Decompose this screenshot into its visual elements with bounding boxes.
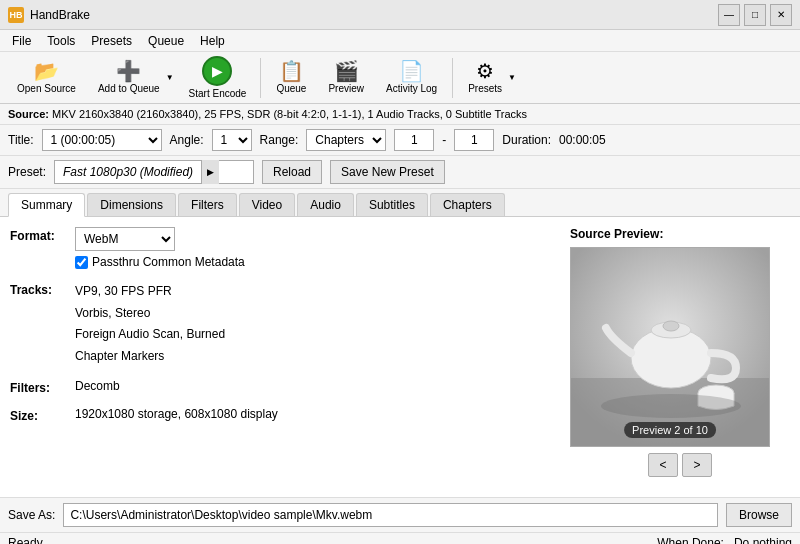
status-text: Ready [8, 536, 43, 544]
open-source-button[interactable]: 📂 Open Source [8, 56, 85, 99]
preview-next-button[interactable]: > [682, 453, 712, 477]
open-source-icon: 📂 [34, 61, 59, 81]
tabs-row: Summary Dimensions Filters Video Audio S… [0, 189, 800, 217]
minimize-button[interactable]: — [718, 4, 740, 26]
preview-scene [571, 248, 769, 446]
menu-bar: File Tools Presets Queue Help [0, 30, 800, 52]
chevron-down-icon-2: ▼ [508, 73, 516, 82]
tab-subtitles[interactable]: Subtitles [356, 193, 428, 216]
main-content: Format: WebM Passthru Common Metadata Tr… [0, 217, 800, 497]
tracks-field-label: Tracks: [10, 281, 75, 297]
menu-presets[interactable]: Presets [83, 32, 140, 50]
size-value: 1920x1080 storage, 608x1080 display [75, 407, 278, 421]
passthru-row: Passthru Common Metadata [75, 255, 560, 269]
add-to-queue-label: Add to Queue [98, 83, 160, 94]
when-done-value: Do nothing [734, 536, 792, 544]
passthru-label: Passthru Common Metadata [92, 255, 245, 269]
presets-main[interactable]: ⚙ Presets [459, 56, 505, 99]
when-done-label: When Done: [657, 536, 724, 544]
preset-text: Fast 1080p30 (Modified) [55, 165, 201, 179]
queue-button[interactable]: 📋 Queue [267, 56, 315, 99]
menu-help[interactable]: Help [192, 32, 233, 50]
title-select[interactable]: 1 (00:00:05) [42, 129, 162, 151]
tab-summary[interactable]: Summary [8, 193, 85, 217]
maximize-button[interactable]: □ [744, 4, 766, 26]
preview-label: Preview [328, 83, 364, 94]
size-row: Size: 1920x1080 storage, 608x1080 displa… [10, 407, 560, 423]
save-as-label: Save As: [8, 508, 55, 522]
filters-field-label: Filters: [10, 379, 75, 395]
size-content: 1920x1080 storage, 608x1080 display [75, 407, 560, 421]
range-to-input[interactable] [454, 129, 494, 151]
menu-file[interactable]: File [4, 32, 39, 50]
start-encode-button[interactable]: ▶ Start Encode [181, 52, 255, 103]
duration-label: Duration: [502, 133, 551, 147]
preset-display: Fast 1080p30 (Modified) ▶ [54, 160, 254, 184]
add-to-queue-button[interactable]: ➕ Add to Queue ▼ [89, 56, 177, 99]
tab-dimensions[interactable]: Dimensions [87, 193, 176, 216]
preview-prev-button[interactable]: < [648, 453, 678, 477]
track-4: Chapter Markers [75, 346, 560, 368]
preview-section-label: Source Preview: [570, 227, 790, 241]
toolbar: 📂 Open Source ➕ Add to Queue ▼ ▶ Start E… [0, 52, 800, 104]
reload-button[interactable]: Reload [262, 160, 322, 184]
tracks-content: VP9, 30 FPS PFR Vorbis, Stereo Foreign A… [75, 281, 560, 367]
duration-value: 00:00:05 [559, 133, 606, 147]
add-to-queue-arrow[interactable]: ▼ [163, 56, 177, 99]
status-bar: Ready When Done: Do nothing [0, 532, 800, 544]
menu-tools[interactable]: Tools [39, 32, 83, 50]
title-row: Title: 1 (00:00:05) Angle: 1 Range: Chap… [0, 125, 800, 156]
track-3: Foreign Audio Scan, Burned [75, 324, 560, 346]
passthru-checkbox[interactable] [75, 256, 88, 269]
range-label: Range: [260, 133, 299, 147]
browse-button[interactable]: Browse [726, 503, 792, 527]
format-select[interactable]: WebM [75, 227, 175, 251]
preview-navigation: < > [570, 453, 790, 477]
range-dash: - [442, 133, 446, 147]
preview-badge: Preview 2 of 10 [624, 422, 716, 438]
angle-select[interactable]: 1 [212, 129, 252, 151]
save-path-input[interactable] [63, 503, 718, 527]
activity-log-icon: 📄 [399, 61, 424, 81]
tab-chapters[interactable]: Chapters [430, 193, 505, 216]
summary-panel: Format: WebM Passthru Common Metadata Tr… [10, 227, 560, 487]
presets-button[interactable]: ⚙ Presets ▼ [459, 56, 519, 99]
tab-audio[interactable]: Audio [297, 193, 354, 216]
format-field-label: Format: [10, 227, 75, 243]
save-new-preset-button[interactable]: Save New Preset [330, 160, 445, 184]
track-1: VP9, 30 FPS PFR [75, 281, 560, 303]
preview-panel: Source Preview: [570, 227, 790, 487]
range-from-input[interactable] [394, 129, 434, 151]
svg-point-4 [663, 321, 679, 331]
tracks-row: Tracks: VP9, 30 FPS PFR Vorbis, Stereo F… [10, 281, 560, 367]
add-to-queue-main[interactable]: ➕ Add to Queue [89, 56, 163, 99]
format-row: Format: WebM Passthru Common Metadata [10, 227, 560, 269]
preview-icon: 🎬 [334, 61, 359, 81]
source-info: MKV 2160x3840 (2160x3840), 25 FPS, SDR (… [52, 108, 527, 120]
source-label: Source: [8, 108, 49, 120]
queue-icon: 📋 [279, 61, 304, 81]
tab-filters[interactable]: Filters [178, 193, 237, 216]
presets-arrow[interactable]: ▼ [505, 56, 519, 99]
preview-button[interactable]: 🎬 Preview [319, 56, 373, 99]
toolbar-separator-2 [452, 58, 453, 98]
presets-label: Presets [468, 83, 502, 94]
preset-label: Preset: [8, 165, 46, 179]
app-title: HandBrake [30, 8, 90, 22]
svg-point-6 [601, 394, 741, 418]
title-field-label: Title: [8, 133, 34, 147]
close-button[interactable]: ✕ [770, 4, 792, 26]
window-controls: — □ ✕ [718, 4, 792, 26]
preset-expand-button[interactable]: ▶ [201, 160, 219, 184]
range-select[interactable]: Chapters [306, 129, 386, 151]
size-field-label: Size: [10, 407, 75, 423]
toolbar-separator [260, 58, 261, 98]
format-content: WebM Passthru Common Metadata [75, 227, 560, 269]
activity-log-label: Activity Log [386, 83, 437, 94]
activity-log-button[interactable]: 📄 Activity Log [377, 56, 446, 99]
start-encode-label: Start Encode [189, 88, 247, 99]
preview-container: Preview 2 of 10 [570, 247, 770, 447]
track-2: Vorbis, Stereo [75, 303, 560, 325]
tab-video[interactable]: Video [239, 193, 295, 216]
menu-queue[interactable]: Queue [140, 32, 192, 50]
